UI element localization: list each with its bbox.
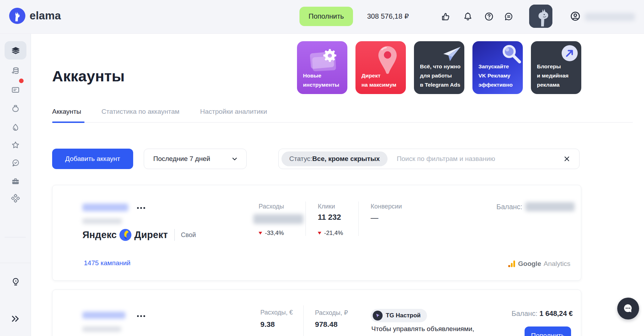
period-select[interactable]: Последние 7 дней [144,149,247,169]
help-icon[interactable] [483,11,495,22]
sidebar-item-news[interactable] [9,83,22,97]
manage-ads-note-line1: Чтобы управлять объявлениями, [371,325,474,333]
metric-divider [358,201,359,236]
sidebar-item-ideas[interactable] [9,275,22,288]
layers-icon [11,46,20,55]
ga-wordmark-google: Google [518,260,541,268]
metric-divider [303,305,304,336]
left-sidebar [0,34,31,336]
account-card: Расходы, € 9.38 Расходы, ₽ 978.48 TG Нас… [52,290,581,336]
expenses-label: Расходы [259,203,284,210]
active-tab-indicator [52,122,85,123]
kebab-menu-icon[interactable] [136,313,146,319]
arrow-down-icon [318,232,321,235]
feedback-icon[interactable] [503,11,514,22]
brand-logo[interactable]: elama [9,8,61,24]
sidebar-item-favorites[interactable] [9,138,22,152]
topup-button-card[interactable]: Пополнить [525,326,571,336]
briefcase-icon [11,177,20,186]
likes-icon[interactable] [440,11,451,22]
chat-check-icon [11,158,20,168]
news-card-icon [11,85,20,94]
yandex-direct-icon [119,229,131,241]
search-input[interactable] [388,155,563,163]
ownership-label: Свой [181,231,196,239]
status-chip-value: Все, кроме скрытых [312,155,380,163]
expand-icon [11,314,20,323]
topup-button-header[interactable]: Пополнить [299,7,353,26]
close-icon[interactable] [563,155,571,163]
expenses-eur-label: Расходы, € [260,309,293,316]
redacted-expenses-value [253,214,303,224]
bell-icon[interactable] [462,11,473,22]
clicks-value: 11 232 [318,213,341,222]
tabs-divider [52,122,633,123]
promo-banner-title: ЗапускайтеVK Рекламуэффективно [478,62,521,89]
star-icon [11,141,20,150]
arrow-up-right-icon [561,45,578,62]
tab-accounts[interactable]: Аккаунты [52,108,81,116]
avatar-llama[interactable] [529,5,552,28]
redacted-account-name-link[interactable] [82,312,125,319]
money-bag-icon [11,104,20,113]
redacted-account-id [82,218,122,224]
service-logo-yandex-direct: Яндекс Директ Свой [82,229,196,241]
redacted-balance-value [525,202,575,211]
conversions-value: — [371,213,378,223]
promo-banner-direct[interactable]: Директна максимум [355,41,406,94]
status-filter-chip[interactable]: Статус: Все, кроме скрытых [281,151,388,166]
google-analytics-integration: Google Analytics [508,260,570,268]
promo-banner-telegram-ads[interactable]: Всё, что нужнодля работыв Telegram Ads [414,41,464,94]
expenses-eur-value: 9.38 [260,320,275,329]
sidebar-item-services[interactable] [9,175,22,188]
sidebar-item-support[interactable] [9,156,22,170]
account-card: Яндекс Директ Свой Расходы -33,4% Клики … [52,185,581,281]
account-balance: Баланс: 1 648,24 € [512,310,573,318]
chat-launcher-icon[interactable] [617,298,639,319]
service-divider [174,229,175,241]
sidebar-divider [5,237,26,237]
sidebar-item-finance[interactable] [9,64,22,77]
tab-analytics-settings[interactable]: Настройки аналитики [200,108,267,116]
top-header: elama Пополнить 308 576,18 ₽ [0,0,644,34]
tg-nastroy-badge[interactable]: TG Настрой [371,309,427,322]
sidebar-section-divider [0,263,31,263]
flame-icon [11,123,20,132]
profile-icon[interactable] [570,11,581,22]
promo-banner-new-tools[interactable]: Новыеинструменты [297,41,347,94]
sidebar-item-apps[interactable] [9,192,22,205]
expenses-delta: -33,4% [259,230,284,237]
kebab-menu-icon[interactable] [136,205,146,211]
ga-wordmark-analytics: Analytics [544,260,570,268]
page-title: Аккаунты [52,68,125,85]
chevron-down-icon [231,156,238,162]
filter-search-bar: Статус: Все, кроме скрытых [278,149,580,169]
add-account-button[interactable]: Добавить аккаунт [52,149,133,169]
promo-banner-vk-ads[interactable]: ЗапускайтеVK Рекламуэффективно [472,41,523,94]
gear-icon [308,46,341,74]
sidebar-item-money[interactable] [9,102,22,115]
paper-plane-icon [443,46,461,62]
tab-account-statistics[interactable]: Статистика по аккаунтам [101,108,179,116]
redacted-account-name-link[interactable] [82,204,128,211]
status-chip-label: Статус: [289,155,312,163]
service-name-part1: Яндекс [82,230,117,241]
tg-cursor-icon [373,311,383,321]
redacted-profile-name [585,13,635,21]
expenses-rub-label: Расходы, ₽ [315,309,348,317]
badge-label: TG Настрой [386,312,421,319]
notification-badge [19,79,24,83]
sidebar-expand-button[interactable] [9,312,22,325]
sidebar-item-promotion[interactable] [9,121,22,134]
sidebar-item-accounts[interactable] [5,41,26,60]
wallet-balance: 308 576,18 ₽ [367,12,409,20]
google-analytics-icon [508,260,516,268]
clicks-label: Клики [318,203,335,210]
promo-banner-title: Новыеинструменты [303,71,345,89]
promo-banner-bloggers[interactable]: Блогерыи медийнаяреклама [531,41,581,94]
promo-banner-title: Всё, что нужнодля работыв Telegram Ads [420,62,462,89]
period-value: Последние 7 дней [153,155,231,163]
arrow-down-icon [259,232,262,235]
conversions-label: Конверсии [371,203,402,210]
campaigns-link[interactable]: 1475 кампаний [84,259,130,267]
